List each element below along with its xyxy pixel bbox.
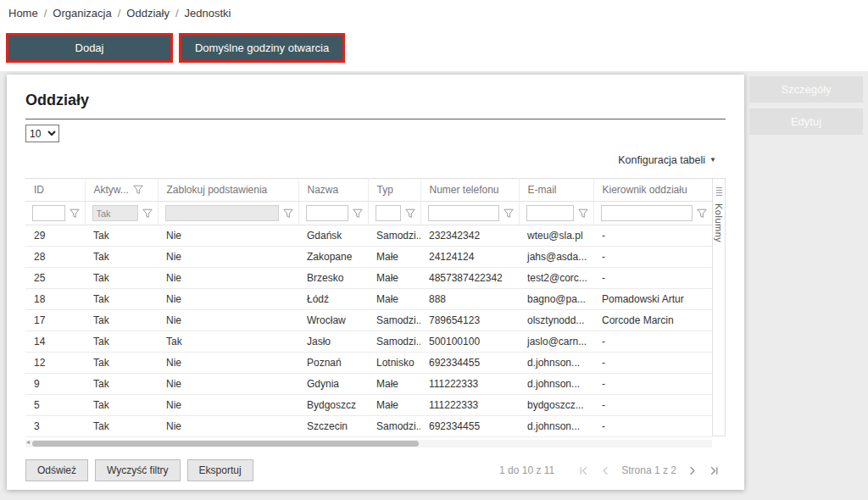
pager-page-text: Strona 1 z 2 [621, 464, 676, 476]
table-cell: d.johnson... [519, 416, 593, 437]
filter-icon[interactable] [70, 208, 80, 219]
table-cell: 9 [25, 374, 85, 395]
table-cell: Samodzi... [368, 310, 420, 331]
refresh-button[interactable]: Odśwież [25, 459, 88, 481]
active-filter-icon[interactable] [133, 185, 143, 195]
filter-input-zablokuj-podstawienia[interactable] [165, 205, 279, 221]
table-cell: Szczecin [298, 416, 368, 437]
filter-input-typ[interactable] [376, 205, 401, 221]
filter-input-numer-telefonu[interactable] [428, 205, 499, 221]
filter-input-email[interactable] [526, 205, 574, 221]
table-cell: Tak [85, 247, 158, 268]
last-page-icon[interactable] [708, 464, 721, 477]
table-cell: Tak [85, 268, 158, 289]
table-row[interactable]: 14TakTakJasłoSamodzi...500100100jaslo@ca… [25, 331, 712, 353]
table-row[interactable]: 25TakNieBrzeskoMałe4857387422342test2@co… [25, 268, 712, 289]
filter-icon[interactable] [405, 208, 415, 219]
table-cell: Gdynia [298, 374, 368, 395]
table-row[interactable]: 17TakNieWrocławSamodzi...789654123olszty… [25, 310, 712, 331]
filter-icon[interactable] [353, 208, 363, 219]
table-cell: Corcode Marcin [593, 310, 712, 331]
table-cell: d.johnson... [519, 374, 593, 395]
breadcrumb-oddzialy[interactable]: Oddziały [126, 7, 170, 19]
column-chooser-tab[interactable]: Kolumny [712, 178, 726, 436]
table-row[interactable]: 5TakNieBydgoszczMałe111222333bydgoszcz..… [25, 395, 712, 416]
table-header-row: ID Aktyw... Zablokuj podstawienia Nazwa … [25, 179, 712, 202]
table-cell: Gdańsk [298, 225, 368, 247]
table-cell: Bydgoszcz [298, 395, 368, 416]
table-row[interactable]: 3TakNieSzczecinSamodzi...692334455d.john… [25, 416, 712, 437]
table-cell: Tak [85, 416, 158, 437]
breadcrumb-jednostki[interactable]: Jednostki [185, 7, 231, 19]
column-header-numer-telefonu[interactable]: Numer telefonu [420, 179, 519, 202]
filter-input-kierownik-oddzialu[interactable] [601, 205, 693, 221]
table-cell: Nie [158, 395, 298, 416]
breadcrumb-home[interactable]: Home [8, 7, 38, 19]
column-header-nazwa[interactable]: Nazwa [298, 179, 368, 202]
export-button[interactable]: Eksportuj [187, 459, 253, 481]
table-cell: Małe [368, 268, 420, 289]
table-cell: Małe [368, 247, 420, 268]
column-header-zablokuj-podstawienia[interactable]: Zablokuj podstawienia [158, 179, 298, 202]
table-cell: Nie [158, 225, 298, 247]
previous-page-icon[interactable] [599, 464, 612, 477]
table-row[interactable]: 28TakNieZakopaneMałe24124124jahs@asda...… [25, 247, 712, 268]
table-cell: Samodzi... [368, 416, 420, 437]
table-cell: - [593, 353, 712, 374]
horizontal-scrollbar-thumb[interactable] [32, 441, 419, 447]
page-title: Oddziały [25, 92, 89, 109]
default-opening-hours-button[interactable]: Domyślne godziny otwarcia [179, 33, 345, 63]
table-cell: Tak [158, 331, 298, 353]
column-header-aktywny[interactable]: Aktyw... [85, 179, 158, 202]
filter-icon[interactable] [142, 208, 153, 219]
column-header-id[interactable]: ID [25, 179, 85, 202]
table-cell: Pomadowski Artur [593, 289, 712, 310]
table-cell: jaslo@carn... [519, 331, 593, 353]
table-cell: Tak [85, 310, 158, 331]
next-page-icon[interactable] [686, 464, 698, 477]
table-cell: 111222333 [420, 395, 519, 416]
table-cell: 232342342 [420, 225, 519, 247]
filter-input-nazwa[interactable] [306, 205, 348, 221]
table-cell: wteu@sla.pl [519, 225, 593, 247]
details-button[interactable]: Szczegóły [749, 76, 863, 103]
filter-input-aktywny[interactable] [92, 205, 138, 221]
table-cell: - [593, 225, 712, 247]
table-cell: Nie [158, 416, 298, 437]
table-cell: - [593, 247, 712, 268]
breadcrumb-organizacja[interactable]: Organizacja [53, 7, 111, 19]
table-cell: Tak [85, 331, 158, 353]
column-header-typ[interactable]: Typ [368, 179, 420, 202]
filter-icon[interactable] [283, 208, 293, 219]
add-button[interactable]: Dodaj [6, 33, 173, 63]
filter-icon[interactable] [697, 208, 707, 219]
column-header-email[interactable]: E-mail [519, 179, 593, 202]
filter-icon[interactable] [504, 208, 514, 219]
table-cell: 24124124 [420, 247, 519, 268]
table-cell: 789654123 [420, 310, 519, 331]
filter-icon[interactable] [578, 208, 588, 219]
table-row[interactable]: 18TakNieŁódźMałe888bagno@pa...Pomadowski… [25, 289, 712, 310]
page-size-select[interactable]: 10 [25, 125, 59, 142]
filter-input-id[interactable] [32, 205, 65, 221]
table-cell: - [593, 374, 712, 395]
clear-filters-button[interactable]: Wyczyść filtry [95, 459, 181, 481]
first-page-icon[interactable] [577, 464, 590, 477]
table-row[interactable]: 9TakNieGdyniaMałe111222333d.johnson...- [25, 374, 712, 395]
table-row[interactable]: 12TakNiePoznańLotnisko692334455d.johnson… [25, 353, 712, 374]
table-cell: bagno@pa... [519, 289, 593, 310]
edit-button[interactable]: Edytuj [749, 108, 863, 135]
table-cell: Wrocław [298, 310, 368, 331]
table-cell: 25 [25, 268, 85, 289]
horizontal-scrollbar[interactable]: ◂ [25, 440, 712, 447]
table-row[interactable]: 29TakNieGdańskSamodzi...232342342wteu@sl… [25, 225, 712, 247]
breadcrumb-separator: / [44, 7, 47, 19]
table-cell: - [593, 268, 712, 289]
table-config-link[interactable]: Konfiguracja tabeli▼ [618, 154, 716, 166]
table-cell: 500100100 [420, 331, 519, 353]
table-cell: Jasło [298, 331, 368, 353]
table-cell: 5 [25, 395, 85, 416]
table-cell: 692334455 [420, 353, 519, 374]
column-header-kierownik-oddzialu[interactable]: Kierownik oddziału [593, 179, 712, 202]
table-cell: 692334455 [420, 416, 519, 437]
